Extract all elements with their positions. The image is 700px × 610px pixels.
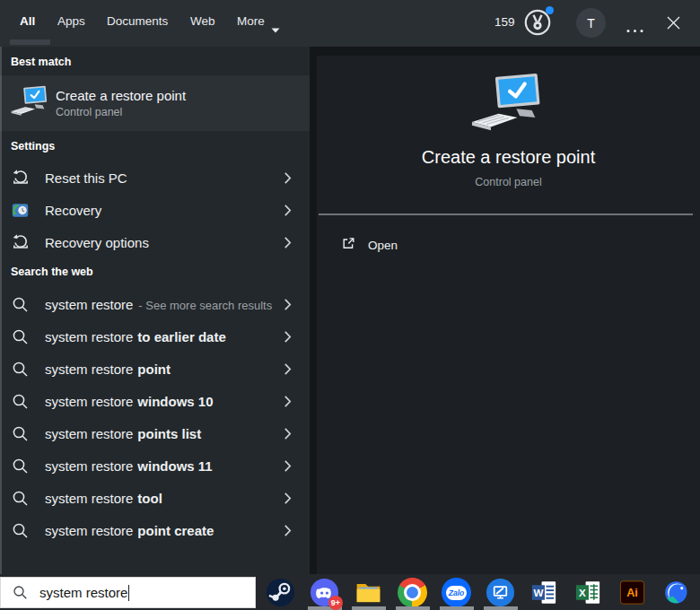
query-text: system restore	[45, 491, 133, 506]
completion-text: windows 10	[137, 394, 213, 409]
chevron-down-icon[interactable]	[271, 21, 280, 37]
search-icon	[13, 585, 28, 600]
tab-more[interactable]: More	[237, 14, 265, 28]
completion-text: point	[137, 362, 171, 377]
search-icon	[12, 425, 35, 442]
ultraviewer-icon[interactable]	[486, 578, 515, 607]
query-text: system restore	[45, 329, 133, 344]
search-icon	[12, 393, 35, 410]
chevron-right-icon[interactable]	[284, 395, 292, 408]
illustrator-logo-letter: Ai	[626, 587, 638, 599]
chevron-right-icon[interactable]	[284, 236, 292, 249]
reset-pc-icon	[12, 169, 35, 187]
result-label: Recovery	[45, 203, 101, 218]
preview-subtitle: Control panel	[317, 176, 700, 188]
chevron-right-icon[interactable]	[284, 298, 292, 311]
file-explorer-icon[interactable]	[354, 578, 383, 607]
divider	[319, 214, 693, 215]
web-suggestion[interactable]: system restoretool	[0, 482, 310, 514]
close-icon[interactable]	[666, 15, 681, 30]
settings-result-recovery[interactable]: Recovery	[0, 194, 310, 226]
search-icon	[12, 296, 35, 313]
excel-logo-letter: X	[579, 587, 586, 598]
web-suggestion[interactable]: system restorewindows 10	[0, 385, 310, 417]
chevron-right-icon[interactable]	[284, 524, 292, 537]
chevron-right-icon[interactable]	[284, 171, 292, 185]
web-result-primary[interactable]: system restore- See more search results	[0, 288, 310, 320]
search-icon	[12, 490, 35, 507]
query-text: system restore	[45, 362, 133, 377]
word-logo-letter: W	[533, 587, 543, 598]
see-more-note: - See more search results	[138, 299, 272, 312]
chrome-icon[interactable]	[398, 578, 427, 607]
text-caret	[128, 585, 129, 601]
discord-icon[interactable]: 9+	[310, 578, 339, 607]
web-suggestion[interactable]: system restorewindows 11	[0, 449, 310, 482]
coccoc-browser-icon[interactable]	[661, 578, 690, 607]
settings-result-recovery-options[interactable]: Recovery options	[0, 226, 310, 258]
query-text: system restore	[45, 426, 133, 441]
search-icon	[12, 522, 35, 539]
chevron-right-icon[interactable]	[284, 204, 292, 217]
completion-text: point create	[137, 523, 214, 538]
zalo-logo-text: Zalo	[446, 586, 467, 600]
taskbar: system restore 9+ Zalo	[0, 574, 700, 610]
search-filter-bar: All Apps Documents Web More 159 T	[0, 0, 700, 47]
running-indicator	[484, 606, 518, 610]
settings-header: Settings	[11, 140, 55, 152]
notification-dot	[546, 6, 554, 14]
result-label: Reset this PC	[45, 170, 127, 186]
excel-icon[interactable]: X	[573, 578, 603, 607]
tab-apps[interactable]: Apps	[57, 14, 85, 28]
open-action[interactable]: Open	[340, 231, 398, 258]
open-label: Open	[368, 239, 398, 252]
query-text: system restore	[45, 458, 133, 474]
restore-point-icon-large	[468, 72, 543, 135]
best-match-result[interactable]: Create a restore point Control panel	[0, 75, 310, 131]
chevron-right-icon[interactable]	[284, 492, 292, 505]
tab-web[interactable]: Web	[190, 14, 215, 28]
query-text: system restore	[45, 523, 133, 538]
selected-tab-indicator	[10, 39, 50, 45]
search-icon	[12, 458, 35, 475]
word-icon[interactable]: W	[529, 578, 559, 607]
zalo-icon[interactable]: Zalo	[442, 578, 471, 607]
restore-point-icon	[9, 84, 48, 122]
recovery-icon	[12, 202, 35, 219]
chevron-right-icon[interactable]	[284, 459, 292, 473]
rewards-points: 159	[494, 15, 515, 29]
reset-pc-icon	[12, 233, 35, 251]
running-indicator	[396, 606, 430, 610]
web-suggestion[interactable]: system restoreto earlier date	[0, 320, 310, 353]
search-query-text: system restore	[39, 585, 127, 600]
open-icon	[340, 235, 356, 255]
preview-panel: Create a restore point Control panel Ope…	[310, 47, 700, 574]
steam-icon[interactable]	[266, 578, 295, 607]
running-indicator	[440, 606, 474, 610]
completion-text: windows 11	[137, 458, 212, 474]
completion-text: tool	[137, 491, 162, 506]
best-match-subtitle: Control panel	[56, 106, 186, 118]
illustrator-icon[interactable]: Ai	[617, 578, 647, 607]
account-avatar[interactable]: T	[576, 8, 606, 38]
search-the-web-header: Search the web	[11, 266, 93, 278]
completion-text: points list	[137, 426, 201, 441]
best-match-title: Create a restore point	[56, 88, 186, 103]
web-suggestion[interactable]: system restorepoints list	[0, 417, 310, 449]
more-options-icon[interactable]	[626, 21, 644, 37]
search-input[interactable]: system restore	[0, 577, 256, 608]
web-suggestion[interactable]: system restorepoint create	[0, 514, 310, 546]
web-suggestion[interactable]: system restorepoint	[0, 353, 310, 385]
chevron-right-icon[interactable]	[284, 362, 292, 376]
preview-title: Create a restore point	[317, 147, 700, 168]
running-indicator	[352, 606, 386, 610]
tab-all[interactable]: All	[20, 14, 35, 28]
chevron-right-icon[interactable]	[284, 427, 292, 440]
search-results-panel: Best match Create a restore point Contro…	[0, 47, 310, 574]
discord-badge: 9+	[328, 596, 343, 610]
search-icon	[12, 328, 35, 345]
completion-text: to earlier date	[137, 329, 225, 344]
tab-documents[interactable]: Documents	[107, 14, 168, 28]
chevron-right-icon[interactable]	[284, 330, 292, 344]
settings-result-reset-this-pc[interactable]: Reset this PC	[0, 161, 310, 194]
